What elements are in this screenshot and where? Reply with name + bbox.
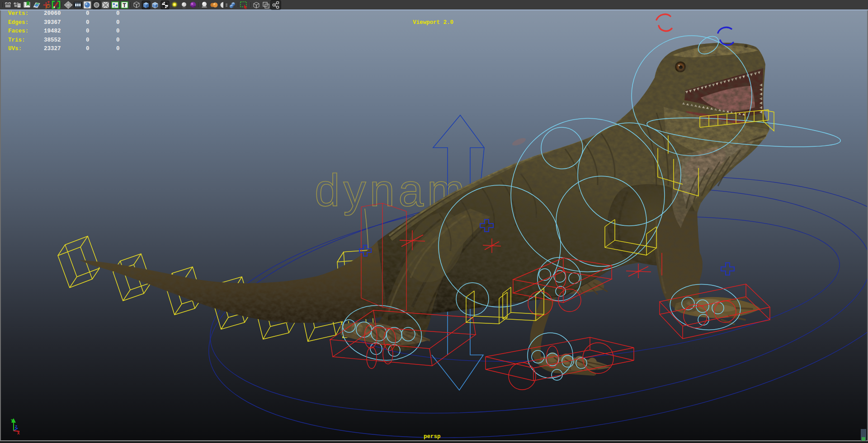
svg-text:UVs:: UVs:	[8, 46, 22, 52]
svg-text:0: 0	[116, 46, 120, 52]
svg-text:0: 0	[116, 19, 120, 26]
svg-text:20060: 20060	[44, 10, 61, 17]
svg-text:Z: Z	[15, 425, 17, 429]
svg-text:Viewport 2.0: Viewport 2.0	[413, 19, 453, 26]
svg-text:0: 0	[86, 19, 90, 26]
svg-text:39367: 39367	[44, 19, 61, 26]
svg-text:Y: Y	[11, 419, 14, 423]
svg-text:38552: 38552	[44, 37, 61, 43]
svg-text:23327: 23327	[44, 46, 61, 52]
svg-text:Verts:: Verts:	[8, 10, 28, 17]
svg-text:persp: persp	[424, 434, 441, 440]
svg-text:0: 0	[116, 10, 120, 17]
svg-text:0: 0	[86, 28, 90, 34]
svg-text:Faces:: Faces:	[8, 28, 28, 34]
svg-text:0: 0	[116, 37, 120, 43]
svg-text:Tris:: Tris:	[8, 37, 25, 43]
svg-text:0: 0	[86, 46, 90, 52]
svg-text:0: 0	[86, 10, 90, 17]
svg-text:X: X	[17, 431, 20, 436]
svg-text:Edges:: Edges:	[8, 19, 28, 26]
svg-text:T: T	[123, 2, 127, 9]
svg-text:0: 0	[86, 37, 90, 43]
svg-text:19482: 19482	[44, 28, 61, 34]
svg-text:0: 0	[116, 28, 120, 34]
